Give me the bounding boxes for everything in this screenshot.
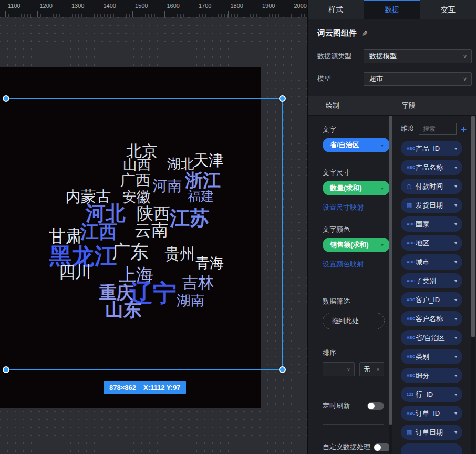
size-mapping-link[interactable]: 设置尺寸映射 xyxy=(323,203,384,212)
field-pill-子类别[interactable]: ABC子类别▾ xyxy=(401,273,462,288)
field-pill-国家[interactable]: ABC国家▾ xyxy=(401,216,462,232)
tab-style[interactable]: 样式 xyxy=(308,0,364,19)
resize-handle-bottom-left[interactable] xyxy=(3,366,9,373)
panel-head: 词云图组件 ✎ 数据源类型 数据模型 ∨ 模型 超市 ∨ xyxy=(308,19,476,86)
field-pill-省/自治区[interactable]: ABC省/自治区▾ xyxy=(401,330,462,345)
custom-processing-toggle[interactable] xyxy=(374,443,390,451)
component-title: 词云图组件 xyxy=(317,28,357,38)
chevron-down-icon: ▾ xyxy=(454,335,457,340)
add-field-icon[interactable]: + xyxy=(461,124,467,134)
sort-field-select[interactable]: ∨ xyxy=(323,362,355,376)
field-pill-产品_ID[interactable]: ABC产品_ID▾ xyxy=(401,141,462,156)
field-pill-行_ID[interactable]: 123行_ID▾ xyxy=(401,387,462,402)
field-pill-细分[interactable]: ABC细分▾ xyxy=(401,368,462,383)
calendar-icon: ▦ xyxy=(407,202,416,208)
chevron-down-icon: ▾ xyxy=(454,240,457,246)
chevron-down-icon: ∨ xyxy=(463,53,467,60)
chevron-down-icon: ∨ xyxy=(347,366,350,372)
text-field-icon: ABC xyxy=(407,336,416,339)
field-pill-订单日期[interactable]: ▦订单日期▾ xyxy=(401,425,462,440)
text-color-pill[interactable]: 销售额(求和) ▾ xyxy=(323,238,390,252)
filter-drop-zone[interactable]: 拖到此处 xyxy=(323,313,385,329)
field-pill[interactable] xyxy=(401,443,462,454)
sort-label: 排序 xyxy=(323,348,384,358)
text-size-pill[interactable]: 数量(求和) ▾ xyxy=(323,181,390,195)
subtab-fields[interactable]: 字段 xyxy=(395,101,416,110)
text-field-icon: ABC xyxy=(407,147,416,150)
datasource-type-value: 数据模型 xyxy=(369,51,397,61)
timed-refresh-toggle[interactable] xyxy=(367,402,384,410)
subtab-draw[interactable]: 绘制 xyxy=(308,101,395,110)
field-label: 国家 xyxy=(416,220,429,229)
chevron-down-icon: ▾ xyxy=(381,142,384,148)
chevron-down-icon: ∨ xyxy=(463,76,467,82)
model-value: 超市 xyxy=(369,74,383,84)
fields-column-scrollbar[interactable] xyxy=(471,116,475,454)
field-pill-付款时间[interactable]: ◷付款时间▾ xyxy=(401,179,462,194)
field-label: 客户名称 xyxy=(416,314,443,324)
text-field-icon: ABC xyxy=(407,298,416,302)
field-label: 行_ID xyxy=(416,390,433,399)
field-label: 发货日期 xyxy=(416,201,443,210)
field-label: 城市 xyxy=(416,257,429,267)
field-label: 细分 xyxy=(416,371,429,380)
size-value: 878×862 xyxy=(109,384,136,391)
tab-data[interactable]: 数据 xyxy=(364,0,420,19)
field-label: 产品_ID xyxy=(416,144,440,153)
ruler-tick-1200: 1200 xyxy=(37,0,69,17)
field-label: 付款时间 xyxy=(416,182,443,191)
divider xyxy=(323,388,384,388)
field-pill-类别[interactable]: ABC类别▾ xyxy=(401,349,462,364)
fields-column: 维度 + ABC产品_ID▾ABC产品名称▾◷付款时间▾▦发货日期▾ABC国家▾… xyxy=(395,116,476,454)
timed-refresh-label: 定时刷新 xyxy=(323,401,350,410)
sort-order-select[interactable]: 无 ∨ xyxy=(359,362,384,376)
field-label: 地区 xyxy=(416,239,429,248)
divider xyxy=(323,424,384,425)
chevron-down-icon: ▾ xyxy=(454,316,457,322)
size-position-badge: 878×862 X:1112 Y:97 xyxy=(104,381,186,394)
datasource-type-select[interactable]: 数据模型 ∨ xyxy=(364,49,472,63)
data-filter-label: 数据筛选 xyxy=(323,297,384,306)
text-field-icon: ABC xyxy=(407,317,416,321)
chevron-down-icon: ▾ xyxy=(454,278,457,284)
field-pill-发货日期[interactable]: ▦发货日期▾ xyxy=(401,198,462,213)
draw-column-scrollbar[interactable] xyxy=(389,116,392,454)
resize-handle-top-right[interactable] xyxy=(279,95,286,102)
chevron-down-icon: ▾ xyxy=(454,259,457,265)
resize-handle-bottom-right[interactable] xyxy=(279,366,286,373)
ruler-tick-1500: 1500 xyxy=(132,0,164,17)
design-workspace[interactable]: 1100120013001400150016001700180019002000… xyxy=(0,0,308,454)
model-select[interactable]: 超市 ∨ xyxy=(364,72,472,86)
text-field-icon: ABC xyxy=(407,279,416,283)
resize-handle-top-left[interactable] xyxy=(3,95,9,102)
field-pill-地区[interactable]: ABC地区▾ xyxy=(401,235,462,251)
tab-interaction[interactable]: 交互 xyxy=(420,0,476,19)
ruler-tick-1900: 1900 xyxy=(260,0,292,17)
chevron-down-icon: ▾ xyxy=(381,185,384,191)
field-label: 产品名称 xyxy=(416,163,443,172)
ruler-tick-1600: 1600 xyxy=(164,0,196,17)
field-pill-客户_ID[interactable]: ABC客户_ID▾ xyxy=(401,292,462,307)
edit-title-icon[interactable]: ✎ xyxy=(361,29,368,38)
field-pill-客户名称[interactable]: ABC客户名称▾ xyxy=(401,311,462,326)
ruler-tick-1700: 1700 xyxy=(196,0,228,17)
field-search-input[interactable] xyxy=(423,125,454,132)
panel-subtabs: 绘制 字段 xyxy=(308,96,476,116)
text-size-label: 文字尺寸 xyxy=(323,168,384,178)
text-field-icon: ABC xyxy=(407,355,416,358)
settings-panel: 样式 数据 交互 词云图组件 ✎ 数据源类型 数据模型 ∨ 模型 超市 ∨ xyxy=(308,0,476,454)
chevron-down-icon: ▾ xyxy=(454,373,457,378)
field-pill-产品名称[interactable]: ABC产品名称▾ xyxy=(401,160,462,175)
field-label: 订单日期 xyxy=(416,428,443,437)
field-label: 省/自治区 xyxy=(416,333,445,343)
text-dimension-pill[interactable]: 省/自治区 ▾ xyxy=(323,138,390,152)
field-label: 子类别 xyxy=(416,276,436,286)
field-search-box[interactable] xyxy=(419,123,457,135)
ruler-tick-1100: 1100 xyxy=(5,0,37,17)
datasource-type-label: 数据源类型 xyxy=(317,51,364,61)
panel-tabbar: 样式 数据 交互 xyxy=(308,0,476,19)
field-pill-订单_ID[interactable]: ABC订单_ID▾ xyxy=(401,406,462,421)
field-pill-城市[interactable]: ABC城市▾ xyxy=(401,254,462,270)
color-mapping-link[interactable]: 设置颜色映射 xyxy=(323,260,384,269)
model-label: 模型 xyxy=(317,74,364,84)
